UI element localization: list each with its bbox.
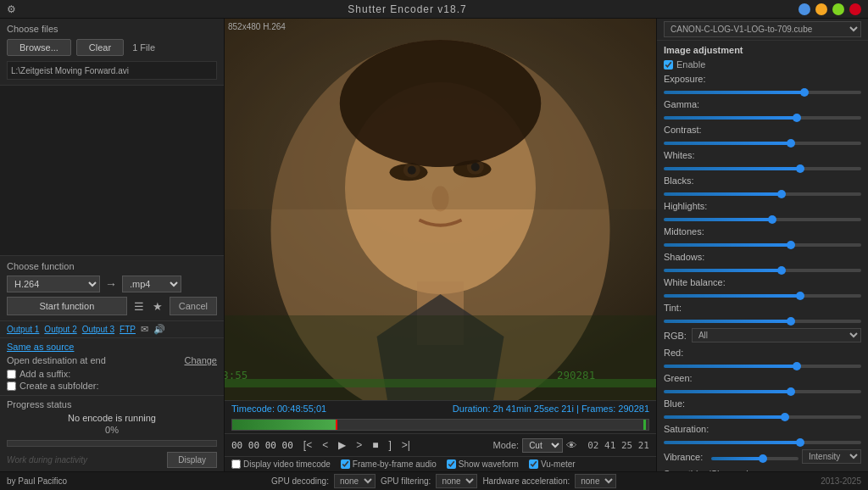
show-waveform-check[interactable] <box>447 459 456 469</box>
lut-select[interactable]: CANON-C-LOG-V1-LOG-to-709.cube <box>664 21 861 37</box>
main-container: Choose files Browse... Clear 1 File L:\Z… <box>0 19 868 471</box>
gamma-slider[interactable] <box>664 116 861 120</box>
svg-rect-13 <box>225 19 656 209</box>
progress-percent: 0% <box>7 425 217 435</box>
app-icon: ⚙ <box>7 3 16 15</box>
open-dest-label: Open destination at end <box>7 355 106 365</box>
tint-label: Tint: <box>664 303 861 313</box>
email-icon-button[interactable]: ✉ <box>141 324 148 335</box>
exposure-slider[interactable] <box>664 91 861 94</box>
shadows-slider[interactable] <box>664 269 861 272</box>
year-label: 2013-2025 <box>821 476 861 486</box>
start-row: Start function ☰ ★ Cancel <box>7 297 217 315</box>
file-count: 1 File <box>132 42 155 53</box>
show-waveform-label[interactable]: Show waveform <box>447 459 519 469</box>
goto-start-button[interactable]: [< <box>300 437 315 453</box>
white-balance-label: White balance: <box>664 277 861 287</box>
hw-accel-select[interactable]: none <box>575 474 616 488</box>
next-frame-button[interactable]: ] <box>385 437 394 453</box>
contrast-slider[interactable] <box>664 142 861 145</box>
seekbar-progress <box>232 420 337 430</box>
timecode-display: Timecode: 00:48:55;01 <box>231 404 326 414</box>
output-tab-ftp[interactable]: FTP <box>120 325 136 334</box>
vu-meter-check[interactable] <box>529 459 538 469</box>
help-button[interactable] <box>798 3 810 15</box>
intensity-select[interactable]: Intensity <box>802 449 861 464</box>
format-select[interactable]: .mp4 .mkv .mov <box>122 276 181 292</box>
titlebar: ⚙ Shutter Encoder v18.7 <box>0 0 868 19</box>
stop-button[interactable]: ■ <box>369 437 381 453</box>
display-timecode-label[interactable]: Display video timecode <box>231 459 331 469</box>
minimize-button[interactable] <box>815 3 827 15</box>
work-row: Work during inactivity Display <box>7 452 217 468</box>
transport-controls: 00 00 00 00 [< < ▶ > ■ ] >| Mode: Cut Tr… <box>225 433 656 456</box>
close-button[interactable] <box>849 3 861 15</box>
whites-label: Whites: <box>664 150 861 160</box>
saturation-label: Saturation: <box>664 424 861 434</box>
video-container[interactable]: 852x480 H.264 <box>225 19 656 400</box>
video-svg: 00:48:55 290281 <box>225 19 656 400</box>
mode-container: Mode: Cut Trim 👁 <box>493 438 578 453</box>
gamma-label: Gamma: <box>664 99 861 109</box>
forward-button[interactable]: > <box>353 437 365 453</box>
blue-row: Blue: <box>657 396 868 421</box>
same-source-link[interactable]: Same as source <box>7 342 217 352</box>
preview-area: 852x480 H.264 <box>225 19 656 471</box>
goto-end-button[interactable]: >| <box>398 437 414 453</box>
maximize-button[interactable] <box>832 3 844 15</box>
function-select[interactable]: H.264 H.265 VP9 <box>7 276 100 292</box>
green-slider[interactable] <box>664 390 861 393</box>
whites-slider[interactable] <box>664 167 861 170</box>
midtones-slider[interactable] <box>664 243 861 247</box>
red-slider[interactable] <box>664 365 861 368</box>
white-balance-slider[interactable] <box>664 294 861 298</box>
image-adjustment-title: Image adjustment <box>657 41 868 58</box>
prev-frame-button[interactable]: < <box>319 437 331 453</box>
highlights-label: Highlights: <box>664 201 861 211</box>
clear-button[interactable]: Clear <box>76 39 124 56</box>
gpu-decoding-select[interactable]: none <box>334 474 376 488</box>
output-tab-1[interactable]: Output 1 <box>7 325 39 334</box>
display-timecode-check[interactable] <box>231 459 241 469</box>
star-icon-button[interactable]: ★ <box>151 298 164 315</box>
seekbar[interactable] <box>231 419 649 431</box>
cancel-button[interactable]: Cancel <box>170 297 217 315</box>
create-subfolder-check[interactable] <box>7 381 16 391</box>
menu-icon-button[interactable]: ☰ <box>132 298 146 315</box>
enable-check[interactable] <box>664 60 673 70</box>
add-suffix-check[interactable] <box>7 370 16 379</box>
vu-meter-label[interactable]: Vu-meter <box>529 459 576 469</box>
choose-function-title: Choose function <box>7 261 217 271</box>
output-tab-3[interactable]: Output 3 <box>82 325 114 334</box>
browse-button[interactable]: Browse... <box>7 39 71 56</box>
tint-slider[interactable] <box>664 320 861 323</box>
frame-audio-check[interactable] <box>341 459 350 469</box>
video-frame: 00:48:55 290281 <box>225 19 656 400</box>
speaker-icon-button[interactable]: 🔊 <box>153 324 165 335</box>
red-row: Red: <box>657 345 868 370</box>
output-tab-2[interactable]: Output 2 <box>44 325 76 334</box>
saturation-slider[interactable] <box>664 441 861 444</box>
rgb-select[interactable]: All Red Green Blue <box>692 328 861 342</box>
highlights-row: Highlights: <box>657 198 868 224</box>
display-button[interactable]: Display <box>167 452 217 468</box>
file-item[interactable]: L:\Zeitgeist Moving Forward.avi <box>11 66 129 75</box>
frame-audio-label[interactable]: Frame-by-frame audio <box>341 459 437 469</box>
end-time-display: 02 41 25 21 <box>587 440 649 451</box>
gpu-filtering-select[interactable]: none <box>436 474 477 488</box>
green-label: Green: <box>664 373 861 383</box>
shadows-row: Shadows: <box>657 249 868 275</box>
change-button[interactable]: Change <box>184 355 217 365</box>
mode-select[interactable]: Cut Trim <box>522 438 563 453</box>
gamma-row: Gamma: <box>657 97 868 122</box>
time-display: 00 00 00 00 <box>231 440 293 451</box>
eye-icon-button[interactable]: 👁 <box>566 439 577 452</box>
start-function-button[interactable]: Start function <box>7 297 127 315</box>
blacks-slider[interactable] <box>664 192 861 196</box>
create-subfolder-label: Create a subfolder: <box>19 381 99 391</box>
vibrance-slider[interactable] <box>711 457 798 460</box>
highlights-slider[interactable] <box>664 218 861 221</box>
blue-slider[interactable] <box>664 415 861 419</box>
progress-title: Progress status <box>7 399 217 409</box>
play-button[interactable]: ▶ <box>335 437 349 453</box>
